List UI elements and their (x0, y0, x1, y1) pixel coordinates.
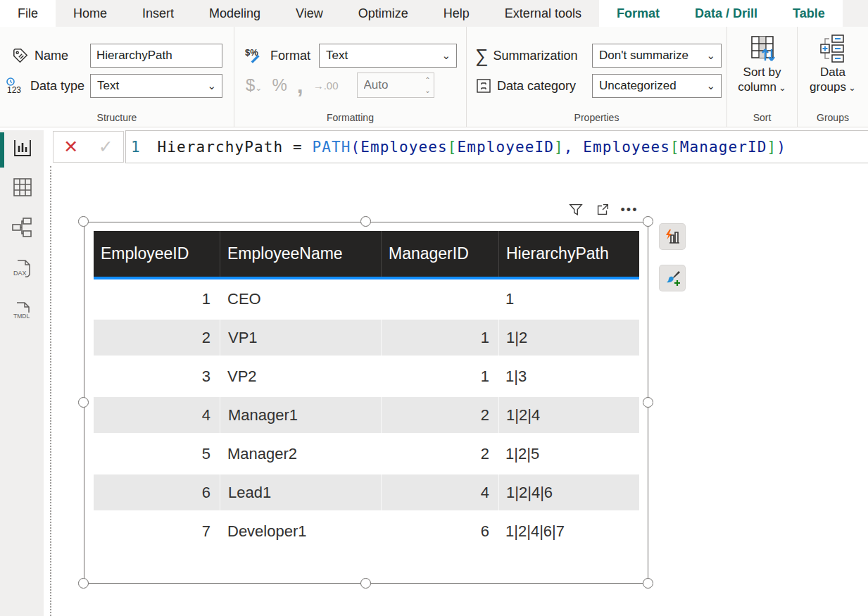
table-row[interactable]: 6Lead141|2|4|6 (94, 473, 639, 512)
visual-header-toolbar: ••• (567, 201, 638, 218)
resize-handle-right[interactable] (643, 397, 653, 408)
formula-token: , (564, 139, 584, 156)
table-row[interactable]: 2VP111|2 (94, 318, 639, 357)
table-row[interactable]: 1CEO1 (94, 279, 639, 318)
column-header-employeeid[interactable]: EmployeeID (94, 231, 220, 277)
formula-token: [ (448, 139, 458, 156)
data-category-select[interactable]: Uncategorized ⌄ (592, 74, 722, 98)
resize-handle-bottom-right[interactable] (643, 578, 653, 589)
menu-tab-external-tools[interactable]: External tools (487, 0, 599, 27)
chevron-down-icon: ⌄ (441, 50, 451, 61)
format-select[interactable]: Text ⌄ (319, 44, 457, 68)
sort-by-column-button[interactable]: Sort by column⌄ (727, 32, 797, 95)
focus-mode-icon[interactable] (594, 201, 611, 218)
model-view-icon (11, 216, 34, 239)
table-cell: 2 (381, 397, 498, 433)
formula-code[interactable]: 1 HierarchyPath = PATH(Employees[Employe… (126, 139, 786, 156)
resize-handle-top[interactable] (360, 216, 371, 227)
decimal-places-icon[interactable]: →.00 (313, 80, 339, 92)
commit-formula-button[interactable]: ✓ (99, 137, 113, 157)
currency-button[interactable]: $⌄ (246, 75, 262, 95)
menu-tab-optimize[interactable]: Optimize (341, 0, 426, 27)
summarization-select[interactable]: Don't summarize ⌄ (592, 44, 722, 68)
data-groups-button[interactable]: Data groups⌄ (798, 32, 868, 95)
table-row[interactable]: 3VP211|3 (94, 357, 639, 396)
formula-token: ) (776, 139, 786, 156)
column-header-managerid[interactable]: ManagerID (381, 231, 498, 277)
table-row[interactable]: 5Manager221|2|5 (94, 434, 639, 473)
table-cell: Manager2 (220, 445, 381, 463)
chevron-down-icon: ⌄ (848, 82, 856, 93)
resize-handle-top-left[interactable] (78, 216, 89, 227)
section-title-sort: Sort (727, 112, 797, 123)
ribbon: Name 123 Data type Text ⌄ Structure (0, 27, 868, 127)
menu-tab-table[interactable]: Table (775, 0, 843, 27)
table-header-row: EmployeeIDEmployeeNameManagerIDHierarchy… (94, 231, 639, 277)
chevron-down-icon: ⌄ (779, 82, 786, 93)
table-row[interactable]: 4Manager121|2|4 (94, 396, 639, 434)
formula-token: ManagerID (680, 139, 767, 156)
menu-tab-file[interactable]: File (0, 0, 56, 27)
format-visual-button[interactable] (660, 265, 685, 291)
sidebar-item-table-view[interactable] (11, 175, 34, 199)
formula-bar[interactable]: 1 HierarchyPath = PATH(Employees[Employe… (125, 130, 868, 163)
column-header-hierarchypath[interactable]: HierarchyPath (498, 231, 639, 277)
sidebar-item-tmdl-view[interactable]: TMDL (11, 299, 34, 323)
table-cell: 1 (381, 320, 498, 356)
powerbi-window: FileHomeInsertModelingViewOptimizeHelpEx… (0, 0, 868, 616)
table-cell: Lead1 (220, 474, 381, 510)
table-cell: 7 (94, 522, 220, 541)
sidebar-item-model-view[interactable] (11, 215, 34, 239)
name-input[interactable] (90, 44, 222, 68)
auto-input[interactable] (358, 78, 414, 92)
sidebar-item-report-view[interactable] (11, 136, 34, 160)
resize-handle-bottom-left[interactable] (78, 578, 89, 589)
chevron-down-icon: ⌄ (207, 80, 216, 91)
filter-icon[interactable] (567, 201, 584, 218)
menu-tab-format[interactable]: Format (599, 0, 677, 27)
column-header-employeename[interactable]: EmployeeName (220, 231, 381, 277)
table-row[interactable]: 7Developer161|2|4|6|7 (94, 512, 639, 551)
quick-insights-icon (664, 228, 681, 245)
section-title-properties: Properties (467, 112, 727, 123)
table-cell: 1|2|4|6 (498, 474, 639, 510)
formula-token: Employees (583, 139, 670, 156)
thousands-separator-button[interactable]: , (297, 73, 303, 99)
pane-splitter[interactable] (50, 166, 51, 616)
line-number: 1 (131, 139, 141, 156)
table-cell: Manager1 (220, 397, 381, 433)
section-title-groups: Groups (798, 112, 868, 123)
table-cell: 4 (381, 474, 498, 510)
table-cell: 1 (94, 290, 220, 308)
data-type-select[interactable]: Text ⌄ (90, 74, 222, 98)
more-options-icon[interactable]: ••• (621, 201, 638, 218)
ribbon-section-groups: Data groups⌄ Groups (797, 27, 868, 127)
table-cell: 2 (381, 445, 498, 463)
analyze-visual-button[interactable] (660, 224, 685, 249)
chevron-down-icon: ⌄ (706, 50, 715, 61)
menu-tab-data-drill[interactable]: Data / Drill (677, 0, 775, 27)
menu-tab-home[interactable]: Home (56, 0, 125, 27)
sort-by-column-icon (746, 32, 779, 65)
resize-handle-bottom[interactable] (360, 578, 371, 589)
chevron-up-icon: ⌃ (424, 75, 430, 85)
sigma-icon: ∑ (475, 45, 489, 67)
data-type-icon: 123 (4, 76, 25, 96)
menu-tab-insert[interactable]: Insert (125, 0, 191, 27)
menu-tab-modeling[interactable]: Modeling (191, 0, 278, 27)
formula-token: = (293, 139, 313, 156)
svg-text:TMDL: TMDL (13, 313, 30, 320)
resize-handle-top-right[interactable] (643, 216, 653, 227)
decimal-auto-spinner[interactable]: ⌃⌄ (357, 73, 434, 98)
menu-tab-help[interactable]: Help (426, 0, 487, 27)
table-cell: 1|2|4 (498, 397, 639, 433)
table-cell: 1 (498, 290, 639, 308)
sidebar-item-dax-query-view[interactable]: DAX (11, 257, 34, 281)
percent-button[interactable]: % (272, 75, 287, 95)
table-view-icon (12, 177, 33, 198)
cancel-formula-button[interactable]: ✕ (63, 137, 78, 157)
resize-handle-left[interactable] (78, 397, 89, 408)
menu-tab-view[interactable]: View (278, 0, 341, 27)
view-switcher-sidebar: DAX TMDL (0, 130, 44, 616)
table-cell: 1 (381, 367, 498, 386)
